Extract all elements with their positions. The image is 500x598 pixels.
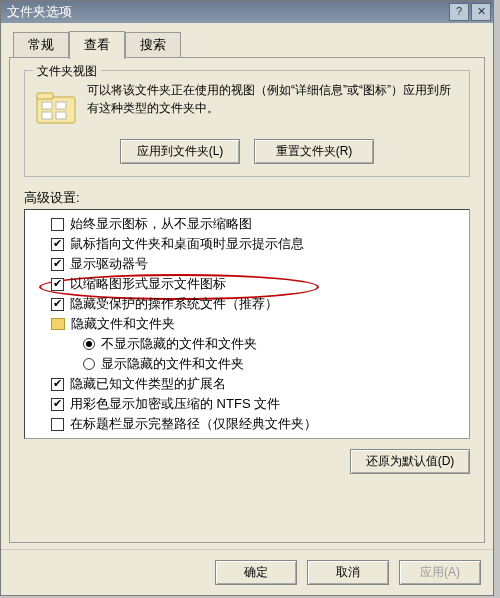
folder-view-icon (35, 87, 77, 129)
dialog-button-bar: 确定 取消 应用(A) (1, 549, 493, 595)
apply-button[interactable]: 应用(A) (399, 560, 481, 585)
titlebar-buttons: ? ✕ (447, 3, 491, 21)
folder-view-description: 可以将该文件夹正在使用的视图（例如“详细信息”或“图标”）应用到所有这种类型的文… (87, 81, 459, 117)
help-button[interactable]: ? (449, 3, 469, 21)
ok-button[interactable]: 确定 (215, 560, 297, 585)
svg-rect-4 (42, 112, 52, 119)
checkbox-icon[interactable] (51, 258, 64, 271)
tree-item[interactable]: 显示隐藏的文件和文件夹 (27, 354, 467, 374)
tree-item-label: 始终显示图标，从不显示缩略图 (70, 215, 252, 233)
radio-icon[interactable] (83, 358, 95, 370)
tree-item[interactable]: 隐藏文件和文件夹 (27, 314, 467, 334)
tree-item-label: 隐藏文件和文件夹 (71, 315, 175, 333)
svg-rect-1 (37, 93, 53, 99)
tab-content: 文件夹视图 可以将该文件夹正在使用的视图（例如“详细信息”或“图标”）应用到所有… (9, 57, 485, 543)
folder-view-group: 文件夹视图 可以将该文件夹正在使用的视图（例如“详细信息”或“图标”）应用到所有… (24, 70, 470, 177)
tree-item[interactable]: 在标题栏显示完整路径（仅限经典文件夹） (27, 414, 467, 434)
tab-search[interactable]: 搜索 (125, 32, 181, 60)
tree-item[interactable]: 以缩略图形式显示文件图标 (27, 274, 467, 294)
folder-options-dialog: 文件夹选项 ? ✕ 常规 查看 搜索 文件夹视图 可以将该文件夹正在使用的视图（… (0, 0, 494, 596)
tree-item[interactable]: 隐藏受保护的操作系统文件（推荐） (27, 294, 467, 314)
checkbox-icon[interactable] (51, 278, 64, 291)
checkbox-icon[interactable] (51, 238, 64, 251)
tree-item[interactable]: 用彩色显示加密或压缩的 NTFS 文件 (27, 394, 467, 414)
checkbox-icon[interactable] (51, 418, 64, 431)
cancel-button[interactable]: 取消 (307, 560, 389, 585)
tree-item[interactable]: 始终显示图标，从不显示缩略图 (27, 214, 467, 234)
tree-item-label: 不显示隐藏的文件和文件夹 (101, 335, 257, 353)
apply-to-folders-button[interactable]: 应用到文件夹(L) (120, 139, 240, 164)
svg-rect-3 (56, 102, 66, 109)
tree-item-label: 隐藏已知文件类型的扩展名 (70, 375, 226, 393)
tree-item[interactable]: 显示驱动器号 (27, 254, 467, 274)
checkbox-icon[interactable] (51, 378, 64, 391)
checkbox-icon[interactable] (51, 398, 64, 411)
svg-rect-2 (42, 102, 52, 109)
tree-item[interactable]: 不显示隐藏的文件和文件夹 (27, 334, 467, 354)
folder-icon (51, 318, 65, 330)
window-title: 文件夹选项 (7, 3, 447, 21)
title-bar: 文件夹选项 ? ✕ (1, 1, 493, 23)
tree-item-label: 以缩略图形式显示文件图标 (70, 275, 226, 293)
checkbox-icon[interactable] (51, 298, 64, 311)
checkbox-icon[interactable] (51, 218, 64, 231)
restore-defaults-button[interactable]: 还原为默认值(D) (350, 449, 470, 474)
tab-general[interactable]: 常规 (13, 32, 69, 60)
close-button[interactable]: ✕ (471, 3, 491, 21)
tree-item-label: 隐藏受保护的操作系统文件（推荐） (70, 295, 278, 313)
tree-item[interactable]: 鼠标指向文件夹和桌面项时显示提示信息 (27, 234, 467, 254)
reset-folders-button[interactable]: 重置文件夹(R) (254, 139, 374, 164)
advanced-settings-label: 高级设置: (24, 189, 470, 207)
tree-item-label: 用彩色显示加密或压缩的 NTFS 文件 (70, 395, 280, 413)
radio-icon[interactable] (83, 338, 95, 350)
advanced-settings-tree[interactable]: 始终显示图标，从不显示缩略图鼠标指向文件夹和桌面项时显示提示信息显示驱动器号以缩… (24, 209, 470, 439)
tree-item[interactable]: 隐藏已知文件类型的扩展名 (27, 374, 467, 394)
tree-item-label: 在标题栏显示完整路径（仅限经典文件夹） (70, 415, 317, 433)
folder-view-group-label: 文件夹视图 (33, 63, 101, 80)
tree-item-label: 鼠标指向文件夹和桌面项时显示提示信息 (70, 235, 304, 253)
tree-item-label: 显示驱动器号 (70, 255, 148, 273)
tab-strip: 常规 查看 搜索 (1, 23, 493, 57)
svg-rect-5 (56, 112, 66, 119)
tab-view[interactable]: 查看 (69, 31, 125, 59)
tree-item-label: 显示隐藏的文件和文件夹 (101, 355, 244, 373)
